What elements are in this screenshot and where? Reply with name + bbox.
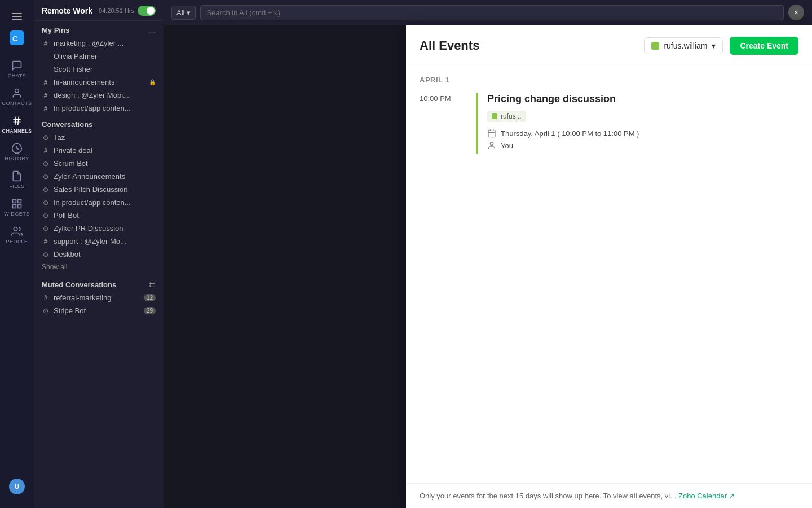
sidebar-item-label: Taz xyxy=(54,133,156,142)
bot-icon: ⊙ xyxy=(42,225,50,233)
search-filter-dropdown[interactable]: All ▾ xyxy=(171,6,196,20)
chevron-down-icon: ▾ xyxy=(187,8,191,17)
conv-item-zyler-announcements[interactable]: ⊙ Zyler-Announcements xyxy=(34,170,164,183)
calendar-icon xyxy=(487,129,496,138)
svg-point-15 xyxy=(14,227,17,231)
bot-icon: ⊙ xyxy=(42,199,50,207)
svg-rect-16 xyxy=(488,130,495,137)
events-header: All Events rufus.william ▾ Create Event xyxy=(406,25,812,64)
sidebar-item-widgets[interactable]: WIDGETS xyxy=(0,192,34,220)
conv-item-sales[interactable]: ⊙ Sales Pitch Discussion xyxy=(34,183,164,196)
content-area: Laughing at our Laughing a All Events ru… xyxy=(164,25,812,508)
hash-icon: # xyxy=(42,294,50,302)
search-close-button[interactable]: × xyxy=(788,5,804,20)
muted-item-referral[interactable]: # referral-marketing 12 xyxy=(34,291,164,304)
conv-item-zylker-pr[interactable]: ⊙ Zylker PR Discussion xyxy=(34,222,164,235)
create-event-button[interactable]: Create Event xyxy=(730,37,798,55)
sidebar-item-label: Scrum Bot xyxy=(54,159,156,168)
conv-item-poll[interactable]: ⊙ Poll Bot xyxy=(34,209,164,222)
events-controls: rufus.william ▾ Create Event xyxy=(644,37,798,55)
search-bar: All ▾ × xyxy=(164,0,812,25)
pin-item-marketing[interactable]: # marketing : @Zyler ... xyxy=(34,37,164,50)
svg-rect-0 xyxy=(12,13,22,14)
conv-item-private-deal[interactable]: # Private deal xyxy=(34,144,164,157)
sidebar-item-label: Zyler-Announcements xyxy=(54,172,156,181)
bot-icon: ⊙ xyxy=(42,251,50,259)
channels-panel: Remote Work 04:20:51 Hrs My Pins ... # m… xyxy=(34,0,164,508)
calendar-selector[interactable]: rufus.william ▾ xyxy=(644,37,723,54)
bot-icon: ⊙ xyxy=(42,173,50,181)
menu-icon[interactable] xyxy=(0,7,34,26)
sidebar-item-label: Deskbot xyxy=(54,250,156,259)
sidebar-item-label: marketing : @Zyler ... xyxy=(54,39,156,47)
zoho-calendar-link[interactable]: Zoho Calendar ↗ xyxy=(678,492,735,500)
hash-icon: # xyxy=(42,91,50,99)
sidebar-item-channels[interactable]: CHANNELS xyxy=(0,110,34,137)
event-date-meta: Thursday, April 1 ( 10:00 PM to 11:00 PM… xyxy=(487,129,798,138)
pin-item-olivia[interactable]: Olivia Palmer xyxy=(34,50,164,63)
search-input[interactable] xyxy=(200,5,784,20)
svg-line-9 xyxy=(18,117,19,125)
sidebar-item-history[interactable]: HISTORY xyxy=(0,137,34,165)
main-area: All ▾ × Laughing at our Laughing a All E… xyxy=(164,0,812,508)
events-title: All Events xyxy=(420,38,479,53)
svg-text:C: C xyxy=(12,34,18,43)
user-avatar[interactable]: U xyxy=(9,479,25,494)
search-filter-label: All xyxy=(176,8,184,17)
sidebar-item-files[interactable]: FILES xyxy=(0,165,34,192)
svg-rect-11 xyxy=(13,200,16,203)
badge: 12 xyxy=(144,294,156,301)
sidebar-item-label: hr-announcements xyxy=(54,78,145,86)
conv-item-support[interactable]: # support : @Zyler Mo... xyxy=(34,235,164,248)
sidebar-item-label: In product/app conten... xyxy=(54,104,156,112)
sidebar-item-label: referral-marketing xyxy=(54,294,140,302)
sidebar-item-label: Sales Pitch Discussion xyxy=(54,185,156,194)
workspace-name: Remote Work xyxy=(42,6,92,15)
sidebar-item-label: support : @Zyler Mo... xyxy=(54,237,156,246)
pin-item-design[interactable]: # design : @Zyler Mobi... xyxy=(34,89,164,102)
workspace-toggle[interactable] xyxy=(138,6,156,16)
workspace-time-area: 04:20:51 Hrs xyxy=(99,6,156,16)
sidebar-item-people[interactable]: PEOPLE xyxy=(0,220,34,248)
sidebar-item-label: Stripe Bot xyxy=(54,306,140,315)
hash-icon: # xyxy=(42,104,50,112)
lock-icon: 🔒 xyxy=(149,79,156,85)
show-all-link[interactable]: Show all xyxy=(34,261,164,275)
icon-sidebar: C CHATS CONTACTS CHANNELS HISTORY FILES … xyxy=(0,0,34,508)
events-panel: All Events rufus.william ▾ Create Event … xyxy=(406,25,812,508)
event-attendee-meta: You xyxy=(487,141,798,150)
calendar-color-dot xyxy=(651,42,659,50)
close-icon: × xyxy=(794,8,798,17)
pins-more-button[interactable]: ... xyxy=(148,25,156,34)
pin-item-scott[interactable]: Scott Fisher xyxy=(34,63,164,76)
muted-item-stripe[interactable]: ⊙ Stripe Bot 29 xyxy=(34,304,164,317)
conversations-title: Conversations xyxy=(42,120,92,129)
hash-icon: # xyxy=(42,78,50,86)
event-name: Pricing change discussion xyxy=(487,93,798,105)
bot-icon: ⊙ xyxy=(42,212,50,220)
pin-item-inproduct[interactable]: # In product/app conten... xyxy=(34,102,164,115)
tag-color-dot xyxy=(492,113,497,119)
sidebar-item-chats[interactable]: CHATS xyxy=(0,54,34,82)
events-footer: Only your events for the next 15 days wi… xyxy=(406,483,812,508)
hash-icon: # xyxy=(42,238,50,246)
calendar-name: rufus.william xyxy=(664,41,707,50)
event-time: 10:00 PM xyxy=(420,93,465,154)
sidebar-item-label: In product/app conten... xyxy=(54,198,156,207)
conv-item-deskbot[interactable]: ⊙ Deskbot xyxy=(34,248,164,261)
sidebar-item-label: design : @Zyler Mobi... xyxy=(54,91,156,99)
person-icon xyxy=(487,141,496,150)
pin-item-hr[interactable]: # hr-announcements 🔒 xyxy=(34,76,164,89)
conversations-header: Conversations xyxy=(34,115,164,131)
workspace-header: Remote Work 04:20:51 Hrs xyxy=(34,0,164,21)
event-date-text: Thursday, April 1 ( 10:00 PM to 11:00 PM… xyxy=(501,129,639,138)
badge: 29 xyxy=(144,307,156,314)
sidebar-item-contacts[interactable]: CONTACTS xyxy=(0,82,34,110)
event-card: Pricing change discussion rufus... Thurs… xyxy=(476,93,798,154)
conv-item-taz[interactable]: ⊙ Taz xyxy=(34,131,164,144)
conv-item-inproduct-app[interactable]: ⊙ In product/app conten... xyxy=(34,196,164,209)
conv-item-scrum[interactable]: ⊙ Scrum Bot xyxy=(34,157,164,170)
svg-line-8 xyxy=(15,117,16,125)
svg-rect-12 xyxy=(18,200,21,203)
bot-icon: ⊙ xyxy=(42,134,50,142)
